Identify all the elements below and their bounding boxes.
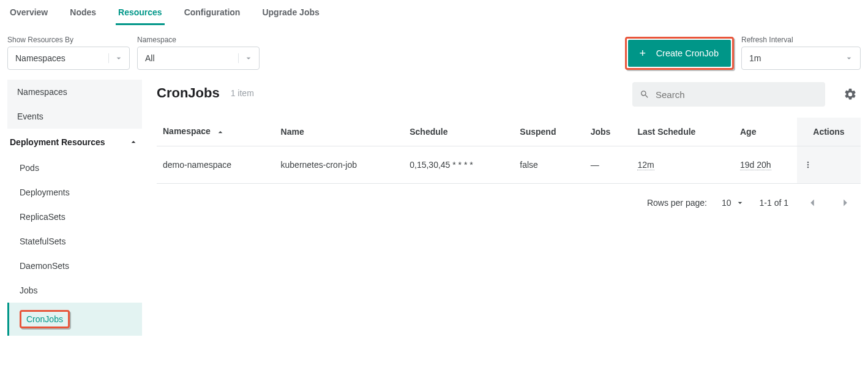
- create-cronjob-label: Create CronJob: [656, 48, 719, 58]
- sidebar: Namespaces Events Deployment Resources P…: [7, 75, 142, 336]
- sidebar-item-cronjobs[interactable]: CronJobs: [7, 303, 142, 336]
- content-area: CronJobs 1 item Namespace: [157, 75, 861, 336]
- cell-name: kubernetes-cron-job: [275, 146, 404, 183]
- create-cronjob-button[interactable]: + Create CronJob: [628, 40, 731, 67]
- table-row: demo-namespace kubernetes-cron-job 0,15,…: [157, 146, 861, 183]
- toolbar-row: Show Resources By Namespaces Namespace A…: [0, 26, 868, 75]
- chevron-right-icon: [839, 196, 852, 210]
- cell-namespace: demo-namespace: [157, 146, 275, 183]
- namespace-filter-label: Namespace: [137, 36, 260, 44]
- cell-last-schedule-value: 12m: [637, 160, 654, 170]
- cell-age: 19d 20h: [734, 146, 797, 183]
- cell-age-value: 19d 20h: [740, 160, 771, 170]
- tab-configuration[interactable]: Configuration: [182, 0, 243, 25]
- namespace-filter-value: All: [145, 53, 155, 63]
- sidebar-cronjobs-highlight: CronJobs: [20, 310, 70, 328]
- tab-resources[interactable]: Resources: [116, 0, 165, 25]
- item-count: 1 item: [231, 88, 254, 98]
- sidebar-item-replicasets[interactable]: ReplicaSets: [7, 205, 142, 229]
- tab-overview[interactable]: Overview: [7, 0, 50, 25]
- sidebar-group-deployment-resources[interactable]: Deployment Resources: [7, 129, 142, 156]
- pager-range: 1-1 of 1: [760, 198, 788, 208]
- col-jobs[interactable]: Jobs: [585, 118, 632, 146]
- sidebar-item-daemonsets[interactable]: DaemonSets: [7, 254, 142, 278]
- rows-per-page-label: Rows per page:: [647, 198, 707, 208]
- sidebar-item-jobs[interactable]: Jobs: [7, 278, 142, 303]
- tab-upgrade-jobs[interactable]: Upgrade Jobs: [260, 0, 321, 25]
- pager-next-button[interactable]: [836, 194, 855, 212]
- chevron-down-icon: [238, 53, 254, 63]
- cronjobs-table: Namespace Name Schedule Suspend Jobs Las…: [157, 118, 861, 184]
- sidebar-item-deployments[interactable]: Deployments: [7, 180, 142, 205]
- cell-jobs: —: [585, 146, 632, 183]
- pager-prev-button[interactable]: [803, 194, 821, 212]
- sidebar-item-statefulsets[interactable]: StatefulSets: [7, 229, 142, 254]
- refresh-interval-value: 1m: [749, 53, 761, 63]
- show-resources-by-select[interactable]: Namespaces: [7, 47, 130, 70]
- col-last-schedule[interactable]: Last Schedule: [631, 118, 734, 146]
- cell-last-schedule: 12m: [631, 146, 734, 183]
- sidebar-group-label: Deployment Resources: [10, 137, 105, 147]
- settings-button[interactable]: [840, 84, 861, 105]
- show-resources-by-value: Namespaces: [15, 53, 65, 63]
- chevron-down-icon: [735, 198, 745, 208]
- rows-per-page-value: 10: [722, 198, 731, 208]
- col-age[interactable]: Age: [734, 118, 797, 146]
- sidebar-item-events[interactable]: Events: [7, 104, 142, 129]
- chevron-down-icon: [839, 53, 855, 63]
- rows-per-page-select[interactable]: 10: [722, 198, 745, 208]
- tab-nodes[interactable]: Nodes: [67, 0, 99, 25]
- cell-suspend: false: [514, 146, 584, 183]
- col-name[interactable]: Name: [275, 118, 404, 146]
- more-vert-icon: [803, 160, 813, 170]
- create-cronjob-highlight: + Create CronJob: [625, 37, 734, 70]
- gear-icon: [844, 88, 857, 101]
- cell-schedule: 0,15,30,45 * * * *: [403, 146, 514, 183]
- chevron-up-icon: [129, 137, 138, 147]
- sidebar-item-label: CronJobs: [26, 314, 63, 324]
- sort-asc-icon: [215, 127, 225, 136]
- col-namespace-label: Namespace: [163, 126, 211, 136]
- row-actions-button[interactable]: [803, 160, 855, 170]
- page-title: CronJobs: [157, 85, 220, 101]
- plus-icon: +: [637, 47, 649, 59]
- search-box[interactable]: [632, 82, 825, 107]
- pager: Rows per page: 10 1-1 of 1: [157, 184, 861, 222]
- show-resources-by-label: Show Resources By: [7, 36, 130, 44]
- search-input[interactable]: [656, 89, 818, 100]
- refresh-interval-label: Refresh Interval: [741, 36, 861, 44]
- col-suspend[interactable]: Suspend: [514, 118, 584, 146]
- chevron-left-icon: [806, 196, 819, 210]
- top-tabs: Overview Nodes Resources Configuration U…: [0, 0, 868, 26]
- sidebar-item-pods[interactable]: Pods: [7, 156, 142, 180]
- col-schedule[interactable]: Schedule: [403, 118, 514, 146]
- chevron-down-icon: [108, 53, 124, 63]
- search-icon: [640, 89, 649, 99]
- col-actions: Actions: [797, 118, 861, 146]
- col-namespace[interactable]: Namespace: [157, 118, 275, 146]
- sidebar-item-namespaces[interactable]: Namespaces: [7, 80, 142, 104]
- namespace-filter-select[interactable]: All: [137, 47, 260, 70]
- refresh-interval-select[interactable]: 1m: [741, 47, 861, 70]
